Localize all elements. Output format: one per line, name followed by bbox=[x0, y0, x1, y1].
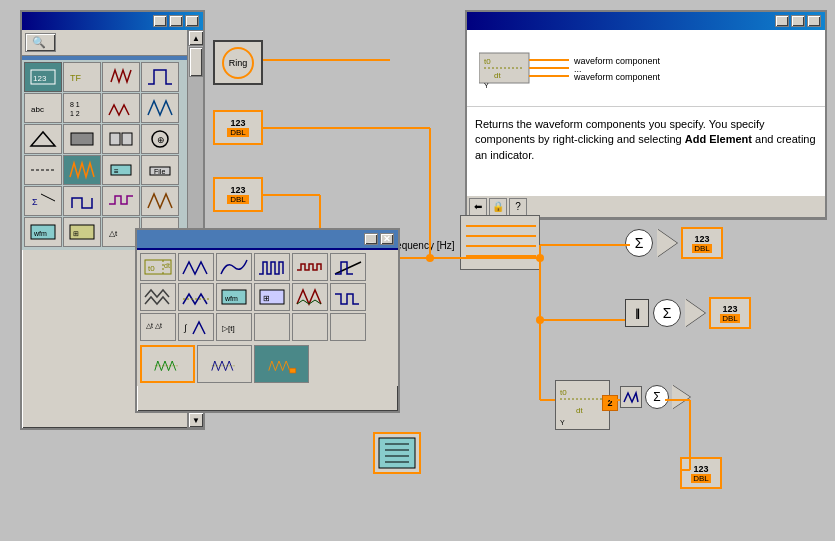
func-cell-15[interactable]: ≡ bbox=[102, 155, 140, 185]
abs-sum-block: Σ bbox=[653, 299, 681, 327]
minimize-btn[interactable] bbox=[153, 15, 167, 27]
rms-display[interactable]: 123 DBL bbox=[680, 457, 722, 489]
svg-point-79 bbox=[426, 254, 434, 262]
help-close-btn[interactable] bbox=[807, 15, 821, 27]
absolute-value-section: ‖ Σ 123 DBL bbox=[625, 295, 751, 329]
search-bar: 🔍 bbox=[22, 30, 203, 56]
func-cell-17[interactable]: Σ bbox=[24, 186, 62, 216]
func-cell-9[interactable] bbox=[24, 124, 62, 154]
wfm-icon-17[interactable] bbox=[292, 313, 328, 341]
svg-text:123: 123 bbox=[33, 74, 47, 83]
frequency-block: 123 DBL bbox=[213, 108, 263, 145]
waveform-close-btn[interactable]: ✕ bbox=[380, 233, 394, 245]
func-cell-5[interactable]: abc bbox=[24, 93, 62, 123]
func-cell-6[interactable]: 8 11 2 bbox=[63, 93, 101, 123]
waveform-minimize-btn[interactable]: _ bbox=[364, 233, 378, 245]
frequency-display[interactable]: 123 DBL bbox=[213, 110, 263, 145]
svg-line-18 bbox=[41, 194, 55, 201]
help-minimize-btn[interactable] bbox=[775, 15, 789, 27]
num-badge-2: 2 bbox=[602, 395, 618, 411]
svg-text:waveform component: waveform component bbox=[573, 56, 661, 66]
dc-value-section: Σ 123 DBL bbox=[625, 225, 723, 259]
dc-display[interactable]: 123 DBL bbox=[681, 227, 723, 259]
func-cell-16[interactable]: File bbox=[141, 155, 179, 185]
wfm-icon-3[interactable] bbox=[216, 253, 252, 281]
signal-type-block: Ring bbox=[213, 38, 263, 85]
wfm-icon-18[interactable] bbox=[330, 313, 366, 341]
sampling-display[interactable] bbox=[373, 432, 421, 474]
svg-text:∫: ∫ bbox=[183, 323, 188, 333]
proc-block-1 bbox=[620, 386, 642, 408]
wfm-icon-9[interactable]: wfm bbox=[216, 283, 252, 311]
wfm-icon-12[interactable] bbox=[330, 283, 366, 311]
func-cell-20[interactable] bbox=[141, 186, 179, 216]
signal-type-control[interactable]: Ring bbox=[213, 40, 263, 85]
svg-text:t0: t0 bbox=[484, 57, 491, 66]
wfm-icon-large-1[interactable] bbox=[140, 345, 195, 383]
svg-rect-40 bbox=[289, 368, 295, 373]
svg-text:t0: t0 bbox=[148, 264, 155, 273]
wfm-icon-10[interactable]: ⊞ bbox=[254, 283, 290, 311]
func-cell-18[interactable] bbox=[63, 186, 101, 216]
help-tool-3[interactable]: ? bbox=[509, 198, 527, 216]
func-cell-12[interactable]: ⊕ bbox=[141, 124, 179, 154]
svg-text:Σ: Σ bbox=[32, 197, 38, 207]
func-cell-22[interactable]: ⊞ bbox=[63, 217, 101, 247]
maximize-btn[interactable] bbox=[169, 15, 183, 27]
func-cell-8[interactable] bbox=[141, 93, 179, 123]
svg-point-78 bbox=[536, 316, 544, 324]
waveform-subpanel: _ ✕ t0dt wfm ⊞ △t △t ∫ ▷[t] bbox=[135, 228, 400, 413]
wfm-icon-15[interactable]: ▷[t] bbox=[216, 313, 252, 341]
close-btn[interactable] bbox=[185, 15, 199, 27]
func-cell-21[interactable]: wfm bbox=[24, 217, 62, 247]
scroll-down-btn[interactable]: ▼ bbox=[188, 412, 204, 428]
search-button[interactable]: 🔍 bbox=[25, 33, 56, 52]
wfm-icon-6[interactable] bbox=[330, 253, 366, 281]
wfm-icon-large-3[interactable] bbox=[254, 345, 309, 383]
help-tool-2[interactable]: 🔒 bbox=[489, 198, 507, 216]
svg-text:1 2: 1 2 bbox=[70, 110, 80, 117]
svg-rect-9 bbox=[122, 133, 132, 145]
func-cell-1[interactable]: 123 bbox=[24, 62, 62, 92]
svg-text:▷[t]: ▷[t] bbox=[222, 324, 235, 333]
func-cell-19[interactable] bbox=[102, 186, 140, 216]
svg-text:wfm: wfm bbox=[33, 230, 47, 237]
rms-triangle bbox=[672, 385, 690, 409]
wfm-icon-2[interactable] bbox=[178, 253, 214, 281]
help-tool-1[interactable]: ⬅ bbox=[469, 198, 487, 216]
func-cell-10[interactable] bbox=[63, 124, 101, 154]
abs-double-block: ‖ bbox=[625, 299, 649, 327]
all-functions-title bbox=[22, 12, 203, 30]
wfm-icon-14[interactable]: ∫ bbox=[178, 313, 214, 341]
amplitude-display[interactable]: 123 DBL bbox=[213, 177, 263, 212]
func-cell-13[interactable] bbox=[24, 155, 62, 185]
help-maximize-btn[interactable] bbox=[791, 15, 805, 27]
func-cell-4[interactable] bbox=[141, 62, 179, 92]
svg-text:⊞: ⊞ bbox=[73, 230, 79, 237]
wfm-icon-large-2[interactable] bbox=[197, 345, 252, 383]
wfm-icon-13[interactable]: △t △t bbox=[140, 313, 176, 341]
scroll-thumb[interactable] bbox=[189, 47, 203, 77]
svg-marker-6 bbox=[31, 132, 55, 146]
wfm-icon-1[interactable]: t0dt bbox=[140, 253, 176, 281]
wfm-icon-4[interactable] bbox=[254, 253, 290, 281]
func-cell-7[interactable] bbox=[102, 93, 140, 123]
help-text-area: Returns the waveform components you spec… bbox=[467, 107, 825, 197]
wfm-icon-11[interactable] bbox=[292, 283, 328, 311]
wfm-icon-5[interactable] bbox=[292, 253, 328, 281]
func-cell-3[interactable] bbox=[102, 62, 140, 92]
waveform-process-block: t0 dt Y 2 bbox=[555, 380, 610, 430]
scroll-up-btn[interactable]: ▲ bbox=[188, 30, 204, 46]
svg-text:≡: ≡ bbox=[114, 167, 119, 176]
svg-text:dt: dt bbox=[576, 406, 583, 415]
abs-display[interactable]: 123 DBL bbox=[709, 297, 751, 329]
func-cell-2[interactable]: TF bbox=[63, 62, 101, 92]
func-cell-14[interactable] bbox=[63, 155, 101, 185]
func-cell-11[interactable] bbox=[102, 124, 140, 154]
svg-text:TF: TF bbox=[70, 73, 81, 83]
wfm-icon-16[interactable] bbox=[254, 313, 290, 341]
svg-text:dt: dt bbox=[494, 71, 501, 80]
wfm-icon-8[interactable] bbox=[178, 283, 214, 311]
svg-text:wfm: wfm bbox=[224, 295, 238, 302]
wfm-icon-7[interactable] bbox=[140, 283, 176, 311]
